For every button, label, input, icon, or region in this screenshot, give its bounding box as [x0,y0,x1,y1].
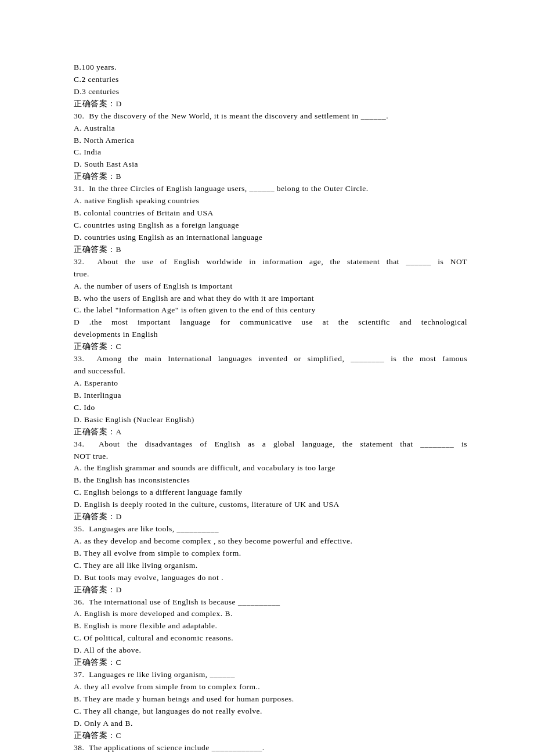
text-line: D. Only A and B. [74,718,467,730]
text-line: C. Ido [74,402,467,414]
text-line: 31. In the three Circles of English lang… [74,183,467,195]
text-line: A. international travel [74,754,467,756]
answer-line: 正确答案：B [74,244,467,256]
text-line: C. India [74,146,467,159]
text-line: C. Of political, cultural and economic r… [74,632,467,645]
text-line: C. the label "Information Age" is often … [74,304,467,316]
text-line: A. the number of users of English is imp… [74,280,467,293]
text-line: C. They all change, but languages do not… [74,705,467,718]
text-line: A. English is more developed and complex… [74,608,467,620]
text-line: true. [74,268,467,280]
text-line: A. the English grammar and sounds are di… [74,462,467,474]
text-line: D. countries using English as an interna… [74,232,467,244]
text-line: B. colonial countries of Britain and USA [74,207,467,219]
text-line: B. English is more flexible and adaptabl… [74,620,467,632]
text-line: developments in English [74,329,467,341]
text-line: B.100 years. [74,62,467,74]
text-line: and successful. [74,365,467,377]
text-line: C. English belongs to a different langua… [74,487,467,499]
answer-line: 正确答案：D [74,511,467,523]
answer-line: 正确答案：A [74,426,467,438]
text-line: B. who the users of English are and what… [74,293,467,305]
text-line: D. South East Asia [74,159,467,171]
text-line: B. the English has inconsistencies [74,474,467,487]
answer-line: 正确答案：C [74,730,467,742]
answer-line: 正确答案：D [74,584,467,596]
text-line: C. countries using English as a foreign … [74,219,467,232]
text-line: D .the most important language for commu… [74,316,467,329]
answer-line: 正确答案：D [74,98,467,110]
answer-line: 正确答案：C [74,657,467,669]
text-line: A. as they develop and become complex , … [74,535,467,548]
text-line: B. Interlingua [74,390,467,402]
text-line: 38. The applications of science include … [74,742,467,754]
text-line: 34. About the disadvantages of English a… [74,438,467,451]
text-line: D. All of the above. [74,645,467,657]
text-line: A. Australia [74,123,467,135]
text-line: A. they all evolve from simple from to c… [74,681,467,693]
text-line: NOT true. [74,451,467,463]
text-line: 33. Among the main International languag… [74,353,467,365]
text-line: B. They all evolve from simple to comple… [74,548,467,560]
document-page: B.100 years.C.2 centuriesD.3 centuries正确… [0,0,534,756]
text-line: A. native English speaking countries [74,195,467,207]
text-line: D.3 centuries [74,86,467,98]
text-line: 32. About the use of English worldwide i… [74,256,467,268]
text-line: 37. Languages re like living organism, _… [74,669,467,681]
text-line: D. Basic English (Nuclear English) [74,414,467,426]
answer-line: 正确答案：B [74,171,467,183]
text-line: 35. Languages are like tools, __________ [74,523,467,535]
answer-line: 正确答案：C [74,341,467,353]
text-line: 36. The international use of English is … [74,596,467,609]
text-line: B. They are made y human beings and used… [74,693,467,705]
text-line: A. Esperanto [74,377,467,390]
text-line: D. English is deeply rooted in the cultu… [74,499,467,511]
text-line: C. They are all like living organism. [74,560,467,572]
text-line: B. North America [74,135,467,147]
text-line: D. But tools may evolve, languages do no… [74,572,467,584]
text-line: 30. By the discovery of the New World, i… [74,110,467,123]
text-line: C.2 centuries [74,74,467,86]
